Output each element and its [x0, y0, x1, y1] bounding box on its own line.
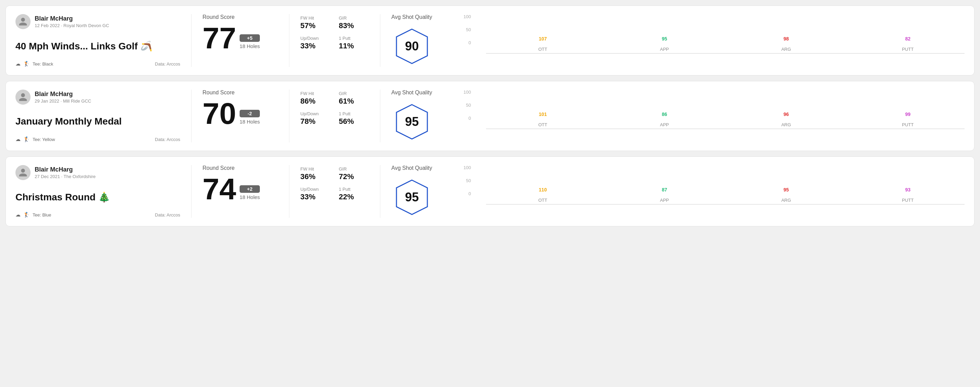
- stat-label-oneputt: 1 Putt: [339, 36, 369, 41]
- bar-group-arg: 95ARG: [729, 187, 843, 203]
- stats-section: FW Hit36%GIR72%Up/Down33%1 Putt22%: [300, 165, 369, 218]
- bar-group-app: 95APP: [608, 36, 722, 52]
- weather-icon: ☁: [16, 212, 21, 218]
- stat-gir: GIR72%: [339, 167, 369, 181]
- hexagon-container: 90: [391, 26, 433, 67]
- bar-value-arg: 96: [783, 111, 789, 117]
- stat-value-fw-hit: 57%: [300, 21, 331, 30]
- left-section: Blair McHarg27 Dec 2021 · The Oxfordshir…: [16, 165, 180, 218]
- tee-text: Tee: Yellow: [33, 137, 55, 142]
- avatar: [16, 165, 30, 180]
- bar-value-app: 86: [662, 111, 667, 117]
- stat-fw-hit: FW Hit36%: [300, 167, 331, 181]
- y-label: 100: [458, 90, 471, 95]
- chart-outer: 100500110OTT87APP95ARG93PUTT: [458, 165, 964, 205]
- bag-icon: 🏌: [23, 212, 30, 218]
- avg-quality-label: Avg Shot Quality: [391, 165, 432, 171]
- y-label: 0: [458, 191, 471, 196]
- bar-value-ott: 101: [539, 111, 547, 117]
- tee-info: ☁🏌Tee: BlueData: Arccos: [16, 212, 180, 218]
- y-label: 100: [458, 165, 471, 170]
- stat-label-gir: GIR: [339, 167, 369, 171]
- round-title: January Monthly Medal: [16, 116, 180, 127]
- tee-text: Tee: Black: [33, 62, 53, 67]
- bar-group-arg: 98ARG: [729, 36, 843, 52]
- bar-group-ott: 107OTT: [486, 36, 600, 52]
- score-badge: +2: [240, 185, 260, 193]
- stat-label-fw-hit: FW Hit: [300, 167, 331, 171]
- quality-section: Avg Shot Quality 90: [391, 14, 453, 67]
- holes-label: 18 Holes: [240, 194, 260, 200]
- user-text: Blair McHarg27 Dec 2021 · The Oxfordshir…: [35, 166, 96, 179]
- round-score-label: Round Score: [202, 165, 278, 171]
- bar-label-arg: ARG: [781, 47, 791, 52]
- user-info: Blair McHarg29 Jan 2022 · Mill Ride GCC: [16, 90, 180, 105]
- bar-label-putt: PUTT: [902, 122, 914, 127]
- tee-info: ☁🏌Tee: BlackData: Arccos: [16, 61, 180, 67]
- bar-value-app: 95: [662, 36, 667, 41]
- score-badge-col: -218 Holes: [240, 110, 260, 128]
- y-label: 50: [458, 103, 471, 108]
- bar-value-arg: 98: [783, 36, 789, 41]
- bar-value-ott: 110: [539, 187, 547, 192]
- stat-label-fw-hit: FW Hit: [300, 16, 331, 21]
- score-section: Round Score70-218 Holes: [202, 90, 278, 143]
- bar-chart: 101OTT86APP96ARG99PUTT: [473, 90, 964, 127]
- left-section: Blair McHarg12 Feb 2022 · Royal North De…: [16, 14, 180, 67]
- chart-section: 100500107OTT95APP98ARG82PUTT: [453, 14, 964, 67]
- stat-label-oneputt: 1 Putt: [339, 187, 369, 192]
- y-labels: 100500: [458, 90, 471, 121]
- round-card-0: Blair McHarg12 Feb 2022 · Royal North De…: [5, 5, 975, 76]
- stat-label-gir: GIR: [339, 91, 369, 96]
- y-labels: 100500: [458, 165, 471, 196]
- stat-gir: GIR61%: [339, 91, 369, 106]
- chart-baseline: [486, 204, 964, 205]
- stat-oneputt: 1 Putt22%: [339, 187, 369, 201]
- bar-label-app: APP: [660, 47, 669, 52]
- user-name: Blair McHarg: [35, 90, 91, 98]
- stat-value-gir: 83%: [339, 21, 369, 30]
- data-source: Data: Arccos: [155, 62, 180, 67]
- stat-value-oneputt: 22%: [339, 192, 369, 201]
- round-score-label: Round Score: [202, 14, 278, 20]
- y-label: 50: [458, 178, 471, 183]
- stats-section: FW Hit57%GIR83%Up/Down33%1 Putt11%: [300, 14, 369, 67]
- y-label: 100: [458, 14, 471, 19]
- bar-label-putt: PUTT: [902, 47, 914, 52]
- bar-value-arg: 95: [783, 187, 789, 192]
- stat-value-gir: 72%: [339, 172, 369, 181]
- stats-grid: FW Hit57%GIR83%Up/Down33%1 Putt11%: [300, 16, 369, 51]
- divider-3: [380, 14, 380, 67]
- bar-group-app: 87APP: [608, 187, 722, 203]
- hexagon-container: 95: [391, 177, 433, 218]
- holes-label: 18 Holes: [240, 119, 260, 125]
- stat-value-updown: 33%: [300, 41, 331, 51]
- left-section: Blair McHarg29 Jan 2022 · Mill Ride GCCJ…: [16, 90, 180, 143]
- data-source: Data: Arccos: [155, 213, 180, 217]
- stat-label-updown: Up/Down: [300, 187, 331, 192]
- bar-group-putt: 82PUTT: [851, 36, 965, 52]
- hexagon: 95: [393, 178, 431, 216]
- y-label: 50: [458, 27, 471, 32]
- stat-label-oneputt: 1 Putt: [339, 111, 369, 116]
- user-text: Blair McHarg29 Jan 2022 · Mill Ride GCC: [35, 90, 91, 104]
- score-section: Round Score74+218 Holes: [202, 165, 278, 218]
- stat-value-oneputt: 11%: [339, 41, 369, 51]
- y-labels: 100500: [458, 14, 471, 45]
- bar-group-putt: 93PUTT: [851, 187, 965, 203]
- user-meta: 12 Feb 2022 · Royal North Devon GC: [35, 23, 109, 28]
- round-title: 40 Mph Winds... Links Golf 🪃: [16, 40, 180, 52]
- y-label: 0: [458, 116, 471, 121]
- bar-label-app: APP: [660, 198, 669, 203]
- divider-2: [289, 165, 290, 218]
- divider-2: [289, 14, 290, 67]
- stats-grid: FW Hit36%GIR72%Up/Down33%1 Putt22%: [300, 167, 369, 201]
- score-row: 74+218 Holes: [202, 174, 278, 204]
- bar-group-ott: 110OTT: [486, 187, 600, 203]
- bar-value-putt: 93: [905, 187, 911, 192]
- score-number: 77: [202, 23, 236, 53]
- stat-value-oneputt: 56%: [339, 117, 369, 126]
- stat-updown: Up/Down33%: [300, 36, 331, 51]
- chart-baseline: [486, 128, 964, 129]
- user-name: Blair McHarg: [35, 15, 109, 22]
